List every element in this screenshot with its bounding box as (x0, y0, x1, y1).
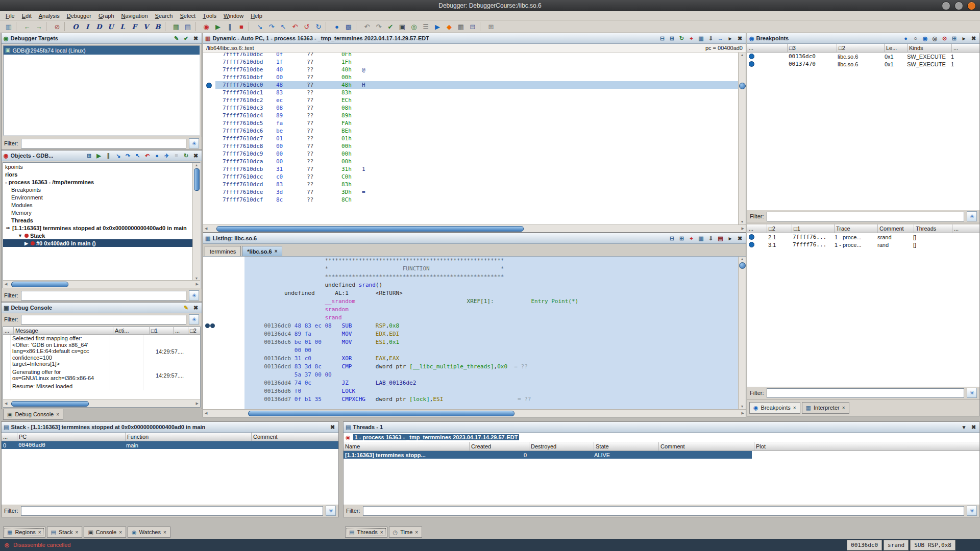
breakpoint-row[interactable]: 00136dc0libc.so.60x1SW_EXECUTE1 (747, 53, 979, 60)
close-icon[interactable]: ✖ (329, 423, 336, 431)
listing-line[interactable]: 00136dc4 89 fa MOV EDX,EDI (203, 330, 746, 338)
column-header[interactable]: □1 (150, 327, 174, 334)
launch-icon[interactable]: ✈ (163, 152, 170, 160)
listing-line[interactable]: 00136dd7 0f b1 35 CMPXCHG dword ptr [loc… (203, 395, 746, 404)
disassembly-row[interactable]: 7ffff7610dc900??00h (203, 150, 746, 158)
menu-item-analysis[interactable]: Analysis (35, 11, 63, 20)
tab-time[interactable]: ◷Time× (389, 527, 423, 538)
scroll-left-icon[interactable]: ◀ (5, 402, 7, 406)
disassembly-row[interactable]: 7ffff7610dcb31??31h1 (203, 165, 746, 173)
disassembly-row[interactable]: 7ffff7610dc5fa??FAh (203, 119, 746, 127)
resume-icon[interactable]: ▶ (95, 152, 103, 160)
interrupt-icon[interactable]: ∥ (224, 21, 235, 32)
column-header[interactable]: Destroyed (529, 442, 594, 450)
cursor-I-icon[interactable]: I (82, 21, 93, 32)
breakpoint-enabled-icon[interactable] (749, 234, 754, 240)
filter-options-icon[interactable]: ✳ (189, 138, 199, 148)
disable-icon[interactable]: ○ (912, 35, 919, 42)
tab-regions[interactable]: ▦Regions× (3, 527, 45, 538)
disassembly-row[interactable]: 7ffff7610dcd83??83h (203, 181, 746, 188)
breakpoint-icon[interactable]: ● (331, 21, 342, 32)
close-tab-icon[interactable]: × (380, 530, 383, 535)
book-icon[interactable]: ▤ (717, 235, 724, 242)
cursor-O-icon[interactable]: O (70, 21, 81, 32)
listing-line[interactable]: 5a 37 00 00 (203, 371, 746, 379)
clear-console-icon[interactable]: ✎ (182, 304, 190, 312)
scrollbar-thumb[interactable] (194, 168, 200, 191)
expand-icon[interactable]: ▼ (17, 233, 23, 238)
filter-options-icon[interactable]: ✳ (326, 506, 336, 516)
tab-debug-console[interactable]: ▣Debug Console× (3, 409, 63, 420)
copy-icon[interactable]: ⊞ (678, 235, 685, 242)
breakpoint-row[interactable]: 00137470libc.so.60x1SW_EXECUTE1 (747, 60, 979, 68)
listing-line[interactable]: ****************************************… (203, 257, 746, 265)
tree-node[interactable]: kpoints (3, 163, 200, 170)
listing-line[interactable]: 00136dcd 83 3d 8c CMP dword ptr [__libc_… (203, 363, 746, 371)
validate-icon[interactable]: ✔ (385, 21, 396, 32)
track-icon[interactable]: + (688, 235, 695, 242)
copy-icon[interactable]: ⊞ (668, 35, 676, 42)
column-header[interactable]: Acti... (113, 327, 150, 334)
filter-options-icon[interactable]: ✳ (189, 314, 199, 324)
close-tab-icon[interactable]: × (56, 412, 59, 417)
follow-icon[interactable]: → (717, 35, 724, 42)
scrollbar-thumb[interactable] (11, 401, 89, 407)
cursor-U-icon[interactable]: U (105, 21, 116, 32)
menu-icon[interactable]: ▸ (960, 35, 968, 42)
listing-line[interactable]: ****************************************… (203, 273, 746, 281)
menu-icon[interactable]: ▸ (726, 235, 734, 242)
menu-item-graph[interactable]: Graph (95, 11, 118, 20)
back-icon[interactable]: ← (21, 21, 33, 32)
close-tab-icon[interactable]: × (793, 405, 796, 411)
column-header[interactable]: Comment (252, 433, 338, 441)
tree-node[interactable]: Environment (3, 193, 200, 201)
step-out-icon[interactable]: ↖ (134, 152, 141, 160)
tree-node[interactable]: ⇒[1.1:16363] termmines stopped at 0x0x00… (3, 224, 200, 232)
column-header[interactable]: ... (174, 327, 188, 334)
disassembly-row[interactable]: 7ffff7610dc048??48hH (203, 81, 746, 89)
tree-node[interactable]: riors (3, 170, 200, 178)
listing-line[interactable]: srandom (203, 306, 746, 314)
process-row[interactable]: ◉1 - process 16363 - _tmp_termmines 2023… (344, 433, 979, 442)
column-header[interactable]: □3 (788, 44, 837, 52)
cursor-B-icon[interactable]: B (152, 21, 163, 32)
accept-icon[interactable]: ✔ (182, 35, 190, 42)
console-icon[interactable]: ▣ (397, 21, 408, 32)
step-back-icon[interactable]: ↶ (289, 21, 301, 32)
listing-line[interactable]: * FUNCTION * (203, 265, 746, 273)
export-icon[interactable]: ⇓ (707, 35, 715, 42)
close-icon[interactable]: ✖ (192, 152, 200, 160)
scroll-left-icon[interactable]: ◀ (205, 411, 207, 415)
menu-item-select[interactable]: Select (176, 11, 199, 20)
column-header[interactable]: Le... (885, 44, 908, 52)
stop-icon[interactable]: ■ (236, 21, 247, 32)
horizontal-scrollbar[interactable]: ◀ ▶ (203, 224, 746, 232)
filter-options-icon[interactable]: ✳ (189, 290, 199, 300)
horizontal-scrollbar[interactable]: ◀ ▶ (3, 280, 200, 288)
tab-interpreter[interactable]: ▦Interpreter× (802, 402, 849, 414)
listing-line[interactable]: 00136dc6 be 01 00 MOV ESI,0x1 (203, 338, 746, 346)
menu-item-debugger[interactable]: Debugger (63, 11, 95, 20)
clone-icon[interactable]: ⊟ (668, 235, 676, 242)
close-icon[interactable]: ✖ (192, 304, 200, 312)
column-header[interactable]: ... (747, 44, 788, 52)
close-button[interactable] (967, 2, 976, 10)
step-out-icon[interactable]: ↖ (278, 21, 289, 32)
scroll-left-icon[interactable]: ◀ (205, 227, 207, 231)
filter-input[interactable] (767, 388, 965, 398)
tree-node[interactable]: Memory (3, 209, 200, 216)
tree-node[interactable]: Modules (3, 201, 200, 209)
disassembly-row[interactable]: 7ffff7610dca00??00h (203, 158, 746, 165)
thread-row[interactable]: [1.1:16363] termmines stopp...0ALIVE (344, 451, 979, 459)
column-header[interactable]: ... (747, 224, 767, 233)
listing-line[interactable]: srand (203, 314, 746, 322)
listing-line[interactable]: 00 00 (203, 346, 746, 355)
connect-icon[interactable]: ✎ (173, 35, 180, 42)
close-icon[interactable]: ✖ (736, 235, 744, 242)
disassembly-view[interactable]: 7ffff7610dbc0f??0Fh7ffff7610dbd1f??1Fh7f… (203, 53, 746, 224)
listing-line[interactable]: __srandom XREF[1]: Entry Point(*) (203, 297, 746, 306)
cursor-D-icon[interactable]: D (93, 21, 105, 32)
step-over-icon[interactable]: ↷ (266, 21, 277, 32)
disable-all-icon[interactable]: ◎ (931, 35, 939, 42)
horizontal-scrollbar[interactable]: ◀ ▶ (3, 399, 200, 407)
